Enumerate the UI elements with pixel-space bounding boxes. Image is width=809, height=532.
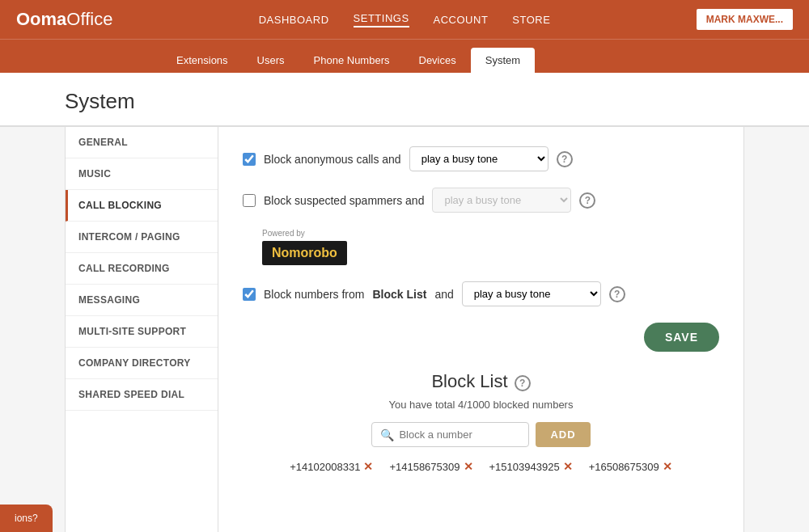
user-menu-button[interactable]: MARK MAXWE...	[697, 9, 793, 30]
spammers-help-icon[interactable]: ?	[579, 192, 595, 209]
save-button[interactable]: SAVE	[644, 323, 719, 352]
sidebar-item-general[interactable]: GENERAL	[66, 127, 218, 158]
nomorobo-section: Powered by Nomorobo	[262, 229, 719, 265]
search-icon: 🔍	[380, 429, 394, 441]
block-list-label-bold: Block List	[372, 288, 426, 301]
block-list-section-help-icon[interactable]: ?	[515, 375, 531, 391]
help-popup-label[interactable]: ions?	[0, 505, 53, 532]
logo: Ooma Office	[16, 9, 112, 30]
list-item: +15103943925 ✕	[489, 460, 573, 473]
logo-office: Office	[66, 9, 112, 30]
block-list-section: Block List ? You have total 4/1000 block…	[243, 371, 719, 473]
phone-number: +15103943925	[489, 461, 560, 473]
spammers-checkbox[interactable]	[243, 194, 256, 207]
nav-dashboard[interactable]: DASHBOARD	[259, 14, 329, 26]
phone-numbers-list: +14102008331 ✕ +14158675309 ✕ +151039439…	[243, 460, 719, 473]
sidebar-item-intercom-paging[interactable]: INTERCOM / PAGING	[66, 222, 218, 253]
powered-by-label: Powered by	[262, 229, 719, 238]
subnav-users[interactable]: Users	[243, 48, 299, 73]
phone-number: +14102008331	[290, 461, 360, 473]
phone-number: +16508675309	[589, 461, 659, 473]
content-area: Block anonymous calls and play a busy to…	[218, 127, 744, 532]
delete-number-icon[interactable]: ✕	[663, 460, 672, 473]
block-list-checkbox[interactable]	[243, 288, 256, 301]
subnav-phone-numbers[interactable]: Phone Numbers	[299, 48, 404, 73]
block-list-input-row: 🔍 ADD	[243, 422, 719, 447]
block-number-input[interactable]	[399, 429, 520, 441]
sub-navigation: Extensions Users Phone Numbers Devices S…	[0, 39, 809, 73]
save-row: SAVE	[243, 323, 719, 352]
page-title: System	[65, 89, 744, 125]
block-list-title: Block List	[431, 371, 507, 392]
block-list-row: Block numbers from Block List and play a…	[243, 281, 719, 306]
anonymous-calls-checkbox[interactable]	[243, 153, 256, 166]
block-list-subtitle: You have total 4/1000 blocked numbers	[243, 399, 719, 411]
top-navigation: Ooma Office DASHBOARD SETTINGS ACCOUNT S…	[0, 0, 809, 39]
phone-number: +14158675309	[389, 461, 460, 473]
list-item: +14102008331 ✕	[290, 460, 373, 473]
spammers-label: Block suspected spammers and	[264, 194, 424, 207]
list-item: +16508675309 ✕	[589, 460, 672, 473]
sidebar-item-company-directory[interactable]: COMPANY DIRECTORY	[66, 348, 218, 379]
page-header: System	[0, 73, 809, 127]
nav-store[interactable]: STORE	[512, 14, 550, 26]
subnav-extensions[interactable]: Extensions	[162, 48, 243, 73]
sidebar-item-multi-site-support[interactable]: MULTI-SITE SUPPORT	[66, 316, 218, 348]
delete-number-icon[interactable]: ✕	[363, 460, 373, 473]
add-number-button[interactable]: ADD	[536, 422, 590, 447]
anonymous-calls-help-icon[interactable]: ?	[557, 151, 573, 167]
main-content: GENERAL MUSIC CALL BLOCKING INTERCOM / P…	[0, 127, 809, 532]
block-list-label-start: Block numbers from	[264, 288, 364, 301]
sidebar-item-call-recording[interactable]: CALL RECORDING	[66, 253, 218, 285]
delete-number-icon[interactable]: ✕	[464, 460, 473, 473]
nomorobo-badge: Nomorobo	[262, 241, 347, 265]
delete-number-icon[interactable]: ✕	[563, 460, 573, 473]
subnav-devices[interactable]: Devices	[404, 48, 471, 73]
top-nav-links: DASHBOARD SETTINGS ACCOUNT STORE	[259, 12, 551, 27]
block-list-label-end: and	[434, 288, 453, 301]
sidebar-item-call-blocking[interactable]: CALL BLOCKING	[66, 190, 218, 222]
anonymous-calls-label: Block anonymous calls and	[264, 153, 401, 166]
spammers-row: Block suspected spammers and play a busy…	[243, 188, 719, 213]
sidebar-item-messaging[interactable]: MESSAGING	[66, 285, 218, 316]
nav-settings[interactable]: SETTINGS	[354, 12, 409, 27]
block-list-dropdown[interactable]: play a busy tone forward to voicemail di…	[462, 281, 601, 306]
sidebar: GENERAL MUSIC CALL BLOCKING INTERCOM / P…	[65, 127, 218, 532]
block-list-help-icon[interactable]: ?	[609, 286, 625, 302]
subnav-system[interactable]: System	[471, 48, 535, 73]
nav-account[interactable]: ACCOUNT	[434, 14, 489, 26]
block-number-search-wrap: 🔍	[371, 422, 529, 447]
logo-ooma: Ooma	[16, 9, 66, 30]
sidebar-item-music[interactable]: MUSIC	[66, 158, 218, 190]
anonymous-calls-dropdown[interactable]: play a busy tone forward to voicemail di…	[409, 146, 549, 171]
anonymous-calls-row: Block anonymous calls and play a busy to…	[243, 146, 719, 171]
list-item: +14158675309 ✕	[389, 460, 472, 473]
spammers-dropdown[interactable]: play a busy tone forward to voicemail di…	[432, 188, 571, 213]
sidebar-item-shared-speed-dial[interactable]: SHARED SPEED DIAL	[66, 379, 218, 411]
